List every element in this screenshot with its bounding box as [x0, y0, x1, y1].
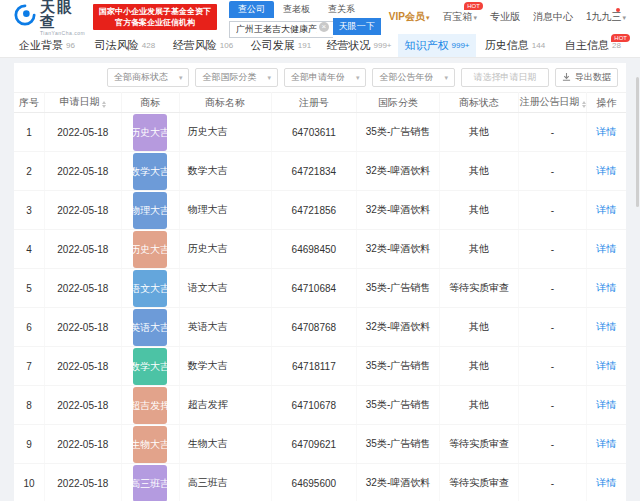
nav-tab[interactable]: 自主信息28HOT — [554, 34, 632, 57]
trademark-name-cell: 数学大吉 — [179, 347, 271, 386]
publish-date-cell: - — [519, 113, 586, 152]
trademark-badge[interactable]: 生物大吉 — [133, 426, 167, 463]
detail-link[interactable]: 详情 — [596, 204, 616, 215]
menu-item[interactable]: VIP会员▾ — [389, 10, 430, 24]
trademark-badge[interactable]: 数学大吉 — [133, 348, 167, 385]
tianyancha-logo[interactable]: 天眼查 TianYanCha.com — [14, 0, 85, 36]
nav-tab-label: 企业背景 — [19, 38, 63, 53]
export-data-button[interactable]: 导出数据 — [555, 68, 618, 87]
column-header[interactable]: 申请日期 — [45, 93, 122, 113]
detail-link[interactable]: 详情 — [596, 399, 616, 410]
section-nav: 企业背景96司法风险428经营风险106公司发展191经营状况999+知识产权9… — [0, 34, 640, 58]
detail-link[interactable]: 详情 — [596, 282, 616, 293]
caret-down-icon: ▾ — [356, 74, 360, 82]
trademark-badge[interactable]: 物理大吉 — [133, 192, 167, 229]
detail-link[interactable]: 详情 — [596, 165, 616, 176]
publish-date-cell: - — [519, 269, 586, 308]
trademark-badge[interactable]: 超吉发挥 — [133, 387, 167, 424]
search-tab[interactable]: 查老板 — [274, 1, 319, 18]
status-cell: 其他 — [439, 386, 519, 425]
nav-tab[interactable]: 公司发展191 — [242, 34, 320, 57]
action-cell: 详情 — [586, 191, 626, 230]
nav-tab[interactable]: 经营风险106 — [164, 34, 242, 57]
detail-link[interactable]: 详情 — [596, 477, 616, 488]
sort-icon[interactable] — [102, 99, 106, 110]
caret-down-icon: ▾ — [622, 14, 626, 21]
filter-select[interactable]: 全部公告年份▾ — [372, 68, 455, 87]
trademark-badge[interactable]: 语文大吉 — [133, 270, 167, 307]
filter-select[interactable]: 全部国际分类▾ — [195, 68, 278, 87]
detail-link[interactable]: 详情 — [596, 321, 616, 332]
trademark-image-cell: 高三班吉 — [121, 464, 179, 501]
table-row: 62022-05-18英语大吉英语大吉6470876832类-啤酒饮料其他-详情 — [14, 308, 626, 347]
detail-link[interactable]: 详情 — [596, 126, 616, 137]
apply-date-range-input[interactable]: 请选择申请日期 — [461, 68, 549, 87]
table-row: 32022-05-18物理大吉物理大吉6472185632类-啤酒饮料其他-详情 — [14, 191, 626, 230]
trademark-badge[interactable]: 数学大吉 — [133, 153, 167, 190]
table-row: 42022-05-18历史大吉历史大吉6469845032类-啤酒饮料其他-详情 — [14, 230, 626, 269]
trademark-badge[interactable]: 英语大吉 — [133, 309, 167, 346]
detail-link[interactable]: 详情 — [596, 243, 616, 254]
menu-item[interactable]: 1九九三▾ — [586, 10, 626, 24]
trademark-image-cell: 历史大吉 — [121, 230, 179, 269]
column-header-label: 申请日期 — [60, 96, 100, 107]
menu-item[interactable]: 百宝箱▾HOT — [442, 10, 477, 24]
nav-tab[interactable]: 司法风险428 — [86, 34, 164, 57]
intl-class-cell: 35类-广告销售 — [357, 113, 440, 152]
trademark-name-cell: 超吉发挥 — [179, 386, 271, 425]
table-row: 92022-05-18生物大吉生物大吉6470962135类-广告销售等待实质审… — [14, 425, 626, 464]
status-cell: 等待实质审查 — [439, 269, 519, 308]
menu-item[interactable]: 专业版 — [490, 10, 520, 24]
intl-class-cell: 32类-啤酒饮料 — [357, 152, 440, 191]
column-header-label: 商标 — [140, 97, 160, 108]
search-tab[interactable]: 查公司 — [229, 1, 274, 18]
page-scrollbar[interactable] — [636, 77, 639, 207]
nav-tab[interactable]: 经营状况999+ — [320, 34, 398, 57]
action-cell: 详情 — [586, 308, 626, 347]
intl-class-cell: 35类-广告销售 — [357, 347, 440, 386]
sort-icon[interactable] — [582, 99, 586, 110]
menu-item[interactable]: 消息中心 — [533, 10, 573, 24]
detail-link[interactable]: 详情 — [596, 360, 616, 371]
trademark-name-cell: 语文大吉 — [179, 269, 271, 308]
nav-tab[interactable]: 历史信息144 — [476, 34, 554, 57]
status-cell: 等待实质审查 — [439, 464, 519, 501]
trademark-badge[interactable]: 高三班吉 — [133, 465, 167, 501]
trademark-name-cell: 生物大吉 — [179, 425, 271, 464]
publish-date-cell: - — [519, 230, 586, 269]
table-row: 82022-05-18超吉发挥超吉发挥6471067835类-广告销售其他-详情 — [14, 386, 626, 425]
nav-tab[interactable]: 知识产权999+ — [398, 34, 476, 57]
column-header[interactable]: 注册公告日期 — [519, 93, 586, 113]
trademark-image-cell: 数学大吉 — [121, 152, 179, 191]
caret-down-icon: ▾ — [473, 14, 477, 21]
nav-tab-label: 经营风险 — [173, 38, 217, 53]
search-button[interactable]: 天眼一下 — [333, 18, 381, 35]
trademark-name-cell: 历史大吉 — [179, 230, 271, 269]
search-tab[interactable]: 查关系 — [319, 1, 364, 18]
trademark-badge[interactable]: 历史大吉 — [133, 114, 167, 151]
apply-date-cell: 2022-05-18 — [45, 386, 122, 425]
filter-select[interactable]: 全部商标状态▾ — [107, 68, 190, 87]
apply-date-cell: 2022-05-18 — [45, 152, 122, 191]
registration-no-cell: 64708768 — [271, 308, 357, 347]
row-index-cell: 5 — [14, 269, 45, 308]
column-header-label: 国际分类 — [378, 97, 418, 108]
trademark-badge[interactable]: 历史大吉 — [133, 231, 167, 268]
nav-tab[interactable]: 企业背景96 — [8, 34, 86, 57]
detail-link[interactable]: 详情 — [596, 438, 616, 449]
column-header: 国际分类 — [357, 93, 440, 113]
nav-tab-count: 428 — [142, 41, 155, 50]
row-index-cell: 3 — [14, 191, 45, 230]
publish-date-cell: - — [519, 308, 586, 347]
action-cell: 详情 — [586, 152, 626, 191]
notification-dot — [616, 8, 620, 12]
nav-tab-label: 经营状况 — [326, 38, 370, 53]
registration-no-cell: 64698450 — [271, 230, 357, 269]
status-cell: 其他 — [439, 308, 519, 347]
column-header-label: 商标名称 — [205, 97, 245, 108]
clear-input-icon[interactable]: × — [319, 22, 329, 32]
column-header-label: 操作 — [596, 97, 616, 108]
column-header-label: 注册公告日期 — [520, 96, 580, 107]
filter-select[interactable]: 全部申请年份▾ — [284, 68, 367, 87]
trademark-name-cell: 高三班吉 — [179, 464, 271, 501]
